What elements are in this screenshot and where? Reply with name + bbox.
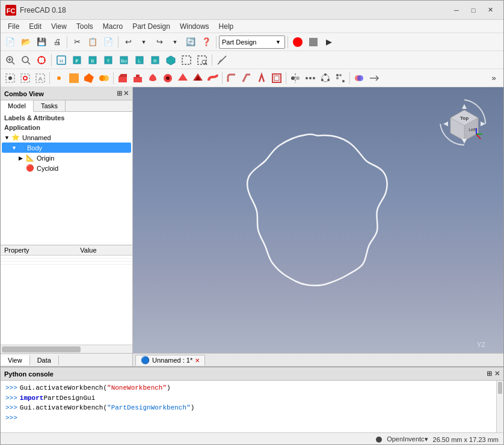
home-view-btn[interactable]: H: [54, 53, 69, 67]
zoom-region-btn[interactable]: [195, 53, 209, 67]
groove-btn[interactable]: [161, 71, 175, 85]
viewport-tabbar: 🔵 Unnamed : 1* ✕: [133, 353, 503, 366]
redo-arrow[interactable]: ▼: [168, 35, 182, 49]
edit-sketch-btn[interactable]: [18, 71, 32, 85]
console-body[interactable]: >>> Gui.activateWorkbench("NoneWorkbench…: [1, 381, 496, 432]
workbench-dropdown[interactable]: Part Design ▼: [219, 35, 285, 49]
vp-tab-close-icon[interactable]: ✕: [195, 357, 200, 364]
subtractive-loft-btn[interactable]: [191, 71, 205, 85]
menu-windows[interactable]: Windows: [175, 21, 214, 32]
panel-float-icon[interactable]: ⊞: [117, 90, 122, 97]
additive-loft-btn[interactable]: [176, 71, 190, 85]
migrate-btn[interactable]: [367, 71, 381, 85]
viewport[interactable]: Top Left YZ �: [133, 87, 503, 366]
copy-button[interactable]: 📋: [85, 35, 100, 49]
openinventc-label[interactable]: OpenInventc▾: [387, 435, 428, 443]
viewport-background[interactable]: Top Left YZ: [133, 87, 503, 366]
save-button[interactable]: 💾: [34, 35, 49, 49]
maximize-button[interactable]: □: [465, 4, 482, 17]
console-close-icon[interactable]: ✕: [494, 370, 500, 378]
attach-sketch-btn[interactable]: A: [33, 71, 48, 85]
measure-btn[interactable]: [215, 53, 229, 67]
pocket-btn[interactable]: [131, 71, 145, 85]
redo-button[interactable]: ↪: [152, 35, 167, 49]
nav-cube[interactable]: Top Left: [437, 97, 491, 151]
menu-view[interactable]: View: [46, 21, 72, 32]
top-view-btn[interactable]: T: [101, 53, 115, 67]
svg-point-65: [327, 79, 330, 81]
new-button[interactable]: 📄: [3, 35, 17, 49]
linear-pattern-btn[interactable]: [303, 71, 318, 85]
help-btn[interactable]: ❓: [199, 35, 214, 49]
horizontal-scrollbar[interactable]: [1, 345, 132, 353]
datum-plane-btn[interactable]: [82, 71, 96, 85]
additive-pipe-btn[interactable]: [206, 71, 220, 85]
front-view-btn[interactable]: F: [70, 53, 84, 67]
bottom-view-btn[interactable]: Bo: [117, 53, 131, 67]
right-view-btn[interactable]: R: [148, 53, 162, 67]
record-button[interactable]: [290, 35, 305, 49]
polar-pattern-btn[interactable]: [318, 71, 333, 85]
stop-button[interactable]: [306, 35, 321, 49]
tree-item-body[interactable]: ▼ ⬡ Body: [2, 143, 131, 153]
console-text-2: PartDesignGui: [43, 393, 95, 404]
undo-button[interactable]: ↩: [121, 35, 135, 49]
console-scroll-thumb: [498, 382, 502, 394]
multitransform-btn[interactable]: [333, 71, 348, 85]
refresh-button[interactable]: 🔄: [183, 35, 198, 49]
tab-model[interactable]: Model: [1, 100, 34, 112]
tab-tasks[interactable]: Tasks: [34, 100, 66, 111]
cycloid-svg: [192, 118, 444, 334]
back-view-btn[interactable]: B: [85, 53, 100, 67]
open-button[interactable]: 📂: [19, 35, 33, 49]
cut-button[interactable]: ✂: [70, 35, 84, 49]
menu-partdesign[interactable]: Part Design: [128, 21, 175, 32]
mirrored-btn[interactable]: [288, 71, 303, 85]
play-button[interactable]: ▶: [322, 35, 336, 49]
left-view-btn[interactable]: L: [132, 53, 147, 67]
pad-btn[interactable]: [115, 71, 130, 85]
box-select-btn[interactable]: [179, 53, 194, 67]
console-float-icon[interactable]: ⊞: [487, 370, 492, 378]
zoom-fit-btn[interactable]: [3, 53, 17, 67]
status-indicator: [376, 437, 382, 443]
menu-edit[interactable]: Edit: [24, 21, 46, 32]
clone-btn[interactable]: [97, 71, 111, 85]
draft-btn[interactable]: [254, 71, 269, 85]
datum-point-btn[interactable]: [52, 71, 66, 85]
iso-view-btn[interactable]: [164, 53, 178, 67]
menu-macro[interactable]: Macro: [98, 21, 128, 32]
tree-item-unnamed[interactable]: ▼ ⭐ Unnamed: [2, 132, 131, 143]
datum-line-btn[interactable]: [67, 71, 81, 85]
fillet-btn[interactable]: [224, 71, 239, 85]
revolution-btn[interactable]: [146, 71, 160, 85]
tree-item-cycloid[interactable]: 🔴 Cycloid: [2, 163, 131, 173]
chamfer-btn[interactable]: [239, 71, 254, 85]
toolbar-overflow[interactable]: »: [487, 71, 501, 85]
tab-data[interactable]: Data: [30, 355, 59, 365]
scroll-thumb: [2, 346, 81, 352]
console-scrollbar[interactable]: [496, 381, 503, 432]
tab-view[interactable]: View: [1, 355, 30, 365]
viewport-tab[interactable]: 🔵 Unnamed : 1* ✕: [135, 355, 205, 366]
menu-help[interactable]: Help: [214, 21, 239, 32]
zoom-btn[interactable]: [19, 53, 33, 67]
svg-marker-82: [481, 121, 485, 126]
menu-file[interactable]: File: [3, 21, 24, 32]
tree-item-origin[interactable]: ▶ 📐 Origin: [2, 153, 131, 163]
bool-btn[interactable]: [352, 71, 366, 85]
new-sketch-btn[interactable]: [3, 71, 17, 85]
console-line-3: >>> Gui.activateWorkbench("PartDesignWor…: [5, 403, 491, 413]
svg-point-44: [103, 75, 109, 81]
menu-tools[interactable]: Tools: [72, 21, 98, 32]
thickness-btn[interactable]: [269, 71, 284, 85]
minimize-button[interactable]: ─: [448, 4, 465, 17]
undo-arrow[interactable]: ▼: [137, 35, 151, 49]
print-button[interactable]: 🖨: [50, 35, 64, 49]
close-button[interactable]: ✕: [482, 4, 499, 17]
select-btn[interactable]: [34, 53, 49, 67]
property-table: Property Value: [1, 245, 132, 345]
tree-app-label: Application: [2, 123, 131, 132]
panel-close-icon[interactable]: ✕: [123, 90, 129, 97]
paste-button[interactable]: 📄: [101, 35, 115, 49]
